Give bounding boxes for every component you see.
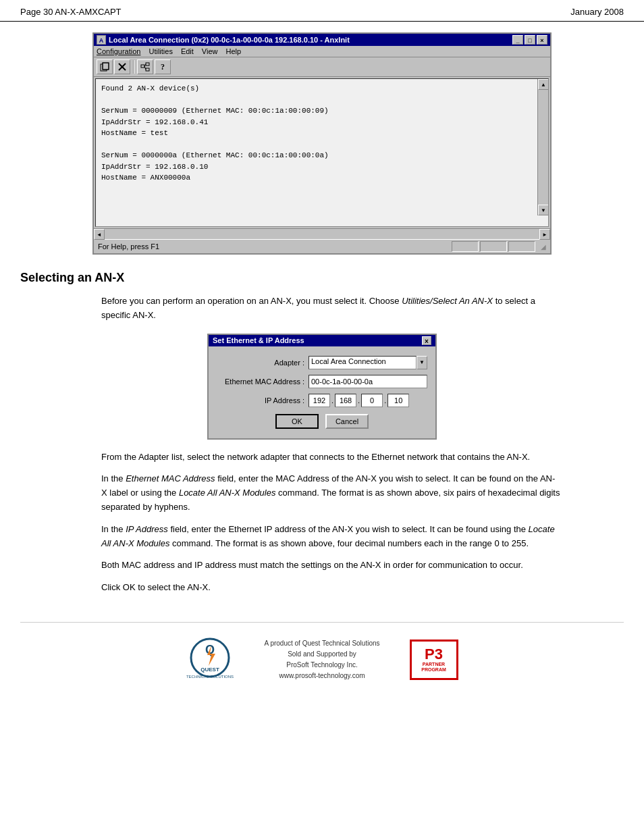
para-3-italic: Ethernet MAC Address: [126, 473, 215, 484]
win-app-screenshot: A Local Area Connection (0x2) 00-0c-1a-0…: [92, 32, 552, 255]
adapter-label: Adapter :: [217, 359, 304, 367]
para-4: In the IP Address field, enter the Ether…: [101, 523, 560, 551]
win-app-icon: A: [97, 35, 106, 45]
win-content-wrapper: Found 2 AN-X device(s) SerNum = 00000009…: [94, 78, 550, 227]
win-scrollbar-bottom[interactable]: ◄ ►: [94, 228, 550, 239]
para-3: In the Ethernet MAC Address field, enter…: [101, 472, 560, 514]
footer-line4: www.prosoft-technology.com: [264, 671, 379, 681]
ip-field-4[interactable]: [387, 394, 409, 407]
win-content-area: Found 2 AN-X device(s) SerNum = 00000009…: [95, 78, 549, 227]
dialog-titlebar: Set Ethernet & IP Address ×: [209, 335, 435, 346]
win-content-line-8: HostName = ANX00000a: [101, 172, 535, 184]
page-header: Page 30 AN-X-AMXCAPT January 2008: [0, 0, 644, 22]
mac-row: Ethernet MAC Address :: [217, 375, 427, 388]
win-menubar: Configuration Utilities Edit View Help: [94, 46, 550, 57]
svg-text:QUEST: QUEST: [201, 667, 220, 673]
menu-view[interactable]: View: [202, 47, 218, 55]
section-heading: Selecting an AN-X: [20, 271, 624, 285]
win-content-line-0: Found 2 AN-X device(s): [101, 83, 535, 95]
adapter-dropdown-field: Local Area Connection: [308, 356, 417, 369]
network-icon[interactable]: [137, 59, 153, 74]
menu-help[interactable]: Help: [226, 47, 242, 55]
statusbar-text: For Help, press F1: [98, 242, 159, 251]
qts-logo: Q QUEST TECHNICAL SOLUTIONS: [183, 636, 237, 683]
scrollbar-down-btn[interactable]: ▼: [538, 205, 549, 215]
resize-grip-icon: ◢: [537, 241, 546, 251]
ip-field-2[interactable]: [335, 394, 356, 407]
para-1-text-before: Before you can perform an operation on a…: [101, 296, 402, 306]
ip-label: IP Address :: [217, 396, 304, 405]
footer-line3: ProSoft Technology Inc.: [264, 660, 379, 671]
ok-button[interactable]: OK: [275, 414, 319, 429]
p3-logo-box: P3 PARTNERPROGRAM: [410, 640, 458, 680]
mac-label: Ethernet MAC Address :: [217, 377, 304, 386]
ip-field-1[interactable]: [308, 394, 330, 407]
para-4-suffix: field, enter the Ethernet IP address of …: [170, 524, 528, 534]
win-titlebar-left: A Local Area Connection (0x2) 00-0c-1a-0…: [97, 35, 350, 45]
delete-icon[interactable]: [114, 59, 130, 74]
win-content-line-2: SerNum = 00000009 (Ethernet MAC: 00:0c:1…: [101, 105, 535, 117]
statusbar-panel-3: [508, 241, 535, 252]
win-content-line-6: SerNum = 0000000a (Ethernet MAC: 00:0c:1…: [101, 150, 535, 161]
scrollbar-up-btn[interactable]: ▲: [538, 79, 549, 90]
ip-address-fields: . . .: [308, 394, 427, 407]
mac-input[interactable]: [308, 375, 427, 388]
win-statusbar: For Help, press F1 ◢: [94, 239, 550, 253]
ip-dot-1: .: [330, 396, 335, 405]
p3-logo-bottom: PARTNERPROGRAM: [421, 662, 446, 673]
svg-rect-6: [146, 63, 149, 66]
statusbar-panel-2: [480, 241, 507, 252]
footer-line2: Sold and Supported by: [264, 649, 379, 660]
ip-row: IP Address : . . .: [217, 394, 427, 407]
dialog-close-button[interactable]: ×: [422, 336, 431, 345]
win-title-text: Local Area Connection (0x2) 00-0c-1a-00-…: [109, 36, 350, 44]
dialog-buttons: OK Cancel: [217, 414, 427, 432]
para-4-prefix: In the: [101, 524, 126, 534]
win-content-line-7: IpAddrStr = 192.168.0.10: [101, 161, 535, 173]
main-content: A Local Area Connection (0x2) 00-0c-1a-0…: [0, 32, 644, 697]
dropdown-arrow-icon[interactable]: ▼: [417, 356, 427, 369]
scrollbar-left-btn[interactable]: ◄: [94, 229, 105, 240]
win-maximize-btn[interactable]: □: [525, 35, 535, 45]
set-ethernet-dialog: Set Ethernet & IP Address × Adapter : Lo…: [207, 334, 437, 440]
para-5: Both MAC address and IP address must mat…: [101, 558, 560, 573]
dialog-body: Adapter : Local Area Connection ▼ Ethern…: [209, 346, 435, 438]
win-content-line-4: HostName = test: [101, 128, 535, 139]
win-close-btn[interactable]: ×: [537, 35, 547, 45]
para-3-italic2: Locate All AN-X Modules: [179, 488, 276, 498]
toolbar-separator: [133, 60, 134, 74]
para-6: Click OK to select the AN-X.: [101, 581, 560, 595]
para-3-prefix: In the: [101, 473, 126, 484]
cancel-button[interactable]: Cancel: [325, 414, 369, 429]
para-1: Before you can perform an operation on a…: [101, 294, 560, 323]
win-toolbar: ?: [94, 57, 550, 77]
win-content-line-3: IpAddrStr = 192.168.0.41: [101, 117, 535, 128]
page-footer: Q QUEST TECHNICAL SOLUTIONS A product of…: [20, 622, 624, 697]
qts-logo-svg: Q QUEST TECHNICAL SOLUTIONS: [183, 636, 237, 683]
p3-logo: P3 PARTNERPROGRAM: [407, 636, 461, 683]
para-1-italic: Utilities/Select An AN-X: [402, 296, 493, 306]
footer-line1: A product of Quest Technical Solutions: [264, 638, 379, 649]
statusbar-panel-1: [452, 241, 479, 252]
win-titlebar-buttons: _ □ ×: [512, 35, 547, 45]
scrollbar-right-btn[interactable]: ►: [539, 229, 550, 240]
svg-text:TECHNICAL SOLUTIONS: TECHNICAL SOLUTIONS: [186, 675, 234, 679]
help-icon[interactable]: ?: [155, 59, 171, 74]
p3-logo-top: P3: [425, 647, 443, 662]
ip-field-3[interactable]: [361, 394, 383, 407]
win-scrollbar-right[interactable]: ▲ ▼: [537, 79, 548, 215]
adapter-dropdown[interactable]: Local Area Connection ▼: [308, 356, 427, 369]
footer-center-text: A product of Quest Technical Solutions S…: [264, 638, 379, 681]
header-left: Page 30 AN-X-AMXCAPT: [20, 7, 122, 17]
menu-edit[interactable]: Edit: [181, 47, 194, 55]
win-minimize-btn[interactable]: _: [512, 35, 523, 45]
statusbar-panels: ◢: [452, 241, 546, 252]
ip-dot-2: .: [356, 396, 361, 405]
menu-utilities[interactable]: Utilities: [149, 47, 172, 55]
ip-dot-3: .: [383, 396, 387, 405]
copy-icon[interactable]: [97, 59, 113, 74]
svg-rect-7: [146, 68, 149, 71]
para-4-suffix2: command. The format is as shown above, f…: [172, 538, 529, 548]
para-4-italic: IP Address: [126, 524, 168, 534]
menu-configuration[interactable]: Configuration: [97, 47, 140, 55]
